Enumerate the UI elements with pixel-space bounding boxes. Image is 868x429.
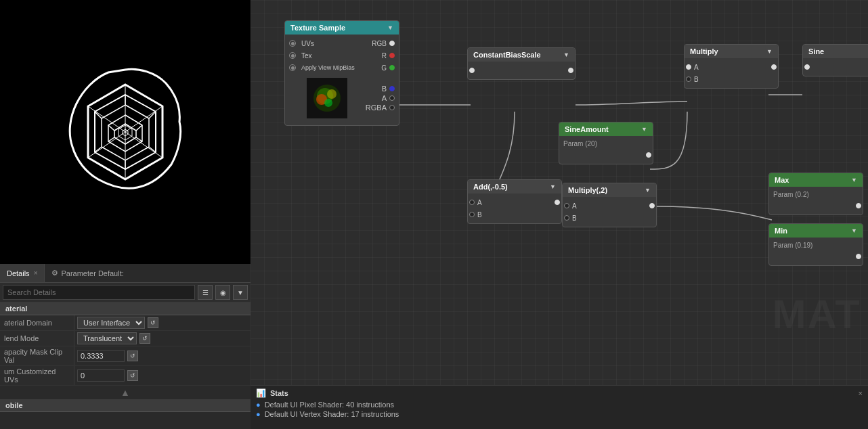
pin-row-sine-amount	[559, 149, 653, 161]
opacity-reset-btn[interactable]: ↺	[127, 351, 138, 361]
pin-row-mult2-b: B	[563, 212, 656, 224]
max-subtitle: Param (0.2)	[769, 189, 863, 200]
property-label-domain: aterial Domain	[0, 315, 74, 330]
cbs-output-pin	[568, 68, 573, 73]
mult1-b-input	[686, 76, 691, 82]
node-constant-bias-scale[interactable]: ConstantBiasScale ▼	[467, 47, 576, 80]
pin-row-sine	[803, 61, 868, 73]
node-texture-sample-title: Texture Sample	[290, 24, 345, 32]
stats-icon: 📊	[256, 388, 266, 398]
a-output-pin	[389, 95, 395, 101]
node-max[interactable]: Max ▼ Param (0.2)	[768, 173, 863, 215]
pin-row-max	[769, 200, 863, 212]
max-output-pin	[856, 203, 861, 208]
pin-row-min	[769, 250, 863, 263]
node-add[interactable]: Add(,-0.5) ▼ A B	[467, 179, 562, 224]
node-max-dropdown[interactable]: ▼	[851, 177, 857, 183]
node-cbs-header[interactable]: ConstantBiasScale ▼	[468, 48, 575, 62]
r-output-pin	[389, 53, 395, 58]
node-min[interactable]: Min ▼ Param (0.19)	[768, 223, 863, 266]
node-multiply1-dropdown[interactable]: ▼	[766, 48, 773, 55]
cbs-input-pin	[469, 68, 475, 73]
tab-details[interactable]: Details ×	[0, 264, 45, 282]
tex-input-pin	[289, 52, 296, 59]
node-multiply2-header[interactable]: Multiply(,2) ▼	[563, 183, 656, 197]
node-add-header[interactable]: Add(,-0.5) ▼	[468, 180, 561, 194]
node-multiply1-title: Multiply	[690, 47, 718, 55]
list-view-button[interactable]: ☰	[198, 285, 213, 300]
node-sine-body	[803, 58, 868, 76]
material-preview	[0, 0, 251, 264]
search-input[interactable]	[3, 285, 195, 300]
property-value-blend: Translucent Opaque Masked ↺	[74, 331, 251, 346]
material-section-header: aterial	[0, 302, 251, 315]
node-cbs-dropdown[interactable]: ▼	[563, 51, 569, 58]
mult2-b-input	[564, 215, 569, 221]
node-sine-header[interactable]: Sine ▼	[803, 45, 868, 58]
texture-preview-svg	[308, 79, 346, 117]
filter-button[interactable]: ◉	[215, 285, 230, 300]
scroll-up-icon[interactable]: ▲	[121, 387, 130, 398]
left-panel: Details × ⚙ Parameter Default: ☰ ◉ ▼ ate…	[0, 0, 251, 429]
node-multiply2-title: Multiply(,2)	[568, 186, 607, 194]
node-add-dropdown[interactable]: ▼	[550, 183, 556, 190]
node-min-body: Param (0.19)	[769, 238, 863, 265]
preview-icon	[51, 58, 200, 206]
node-sine-amount-dropdown[interactable]: ▼	[641, 126, 647, 133]
node-max-header[interactable]: Max ▼	[769, 173, 863, 187]
stats-close-button[interactable]: ×	[859, 389, 863, 397]
uvs-reset-btn[interactable]: ↺	[127, 370, 138, 381]
node-texture-sample-dropdown[interactable]: ▼	[387, 24, 393, 31]
add-b-input	[469, 212, 475, 217]
node-multiply2-dropdown[interactable]: ▼	[645, 187, 651, 194]
node-cbs-body	[468, 62, 575, 79]
rgba-output-pin	[389, 105, 395, 110]
property-opacity-mask: apacity Mask Clip Val ↺	[0, 346, 251, 366]
mult2-output	[649, 203, 655, 208]
gear-icon: ⚙	[51, 269, 58, 277]
pin-row-add-b: B	[468, 208, 561, 221]
node-sine-amount[interactable]: SineAmount ▼ Param (20)	[559, 122, 653, 164]
details-toolbar: ☰ ◉ ▼	[0, 283, 251, 302]
property-label-opacity: apacity Mask Clip Val	[0, 346, 74, 365]
details-tabs: Details × ⚙ Parameter Default:	[0, 264, 251, 283]
settings-button[interactable]: ▼	[233, 285, 248, 300]
node-multiply2[interactable]: Multiply(,2) ▼ A B	[562, 183, 657, 227]
mult1-output	[771, 64, 777, 70]
graph-area[interactable]: Texture Sample ▼ UVs RGB	[251, 0, 868, 385]
property-blend-mode: lend Mode Translucent Opaque Masked ↺	[0, 331, 251, 346]
node-texture-sample-header[interactable]: Texture Sample ▼	[285, 21, 399, 35]
g-output-pin	[389, 65, 395, 70]
texture-preview	[307, 78, 347, 118]
node-multiply1-header[interactable]: Multiply ▼	[685, 45, 778, 58]
node-sine-amount-title: SineAmount	[565, 125, 609, 133]
node-cbs-title: ConstantBiasScale	[473, 51, 541, 59]
stats-title: Stats	[270, 389, 288, 397]
scroll-indicator: ▲	[0, 386, 251, 399]
stats-line-1: ● Default UI Pixel Shader: 40 instructio…	[256, 401, 863, 409]
tab-param-defaults[interactable]: ⚙ Parameter Default:	[45, 264, 130, 282]
uvs-input[interactable]	[77, 369, 125, 382]
node-add-body: A B	[468, 194, 561, 223]
node-sine-amount-header[interactable]: SineAmount ▼	[559, 122, 653, 136]
node-sine[interactable]: Sine ▼	[802, 44, 868, 76]
pin-row-add-a: A	[468, 196, 561, 208]
opacity-input[interactable]	[77, 350, 125, 362]
blend-reset-btn[interactable]: ↺	[139, 333, 150, 344]
blend-mode-dropdown[interactable]: Translucent Opaque Masked	[77, 332, 137, 344]
rgb-output-pin	[389, 41, 395, 46]
stats-header: 📊 Stats ×	[256, 388, 863, 398]
node-min-title: Min	[775, 227, 787, 235]
node-min-dropdown[interactable]: ▼	[851, 227, 857, 234]
property-value-opacity: ↺	[74, 348, 251, 363]
tab-details-close[interactable]: ×	[34, 269, 38, 277]
node-multiply1[interactable]: Multiply ▼ A B	[684, 44, 779, 89]
property-material-domain: aterial Domain User Interface Surface Vo…	[0, 315, 251, 331]
pin-row-cbs	[468, 64, 575, 76]
material-domain-dropdown[interactable]: User Interface Surface Volume	[77, 317, 145, 329]
property-label-uvs: um Customized UVs	[0, 366, 74, 385]
node-min-header[interactable]: Min ▼	[769, 224, 863, 238]
details-panel: Details × ⚙ Parameter Default: ☰ ◉ ▼ ate…	[0, 264, 251, 429]
node-texture-sample[interactable]: Texture Sample ▼ UVs RGB	[284, 20, 399, 126]
domain-reset-btn[interactable]: ↺	[148, 317, 158, 328]
